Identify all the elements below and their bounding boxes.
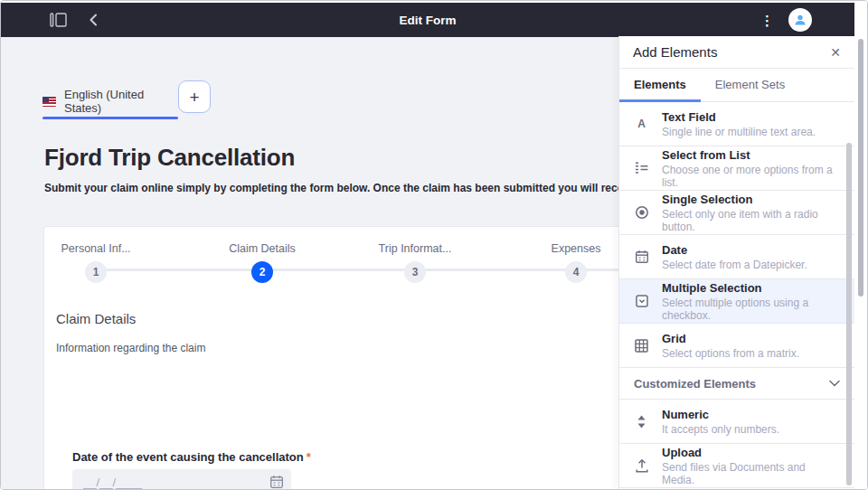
us-flag-icon <box>42 97 56 107</box>
form-title[interactable]: Fjord Trip Cancellation <box>44 144 295 172</box>
panel-tabs: Elements Element Sets <box>619 69 854 102</box>
event-date-field <box>72 469 291 490</box>
panel-title: Add Elements <box>633 44 830 60</box>
list-icon <box>634 162 649 174</box>
add-language-button[interactable]: + <box>178 80 211 113</box>
checkbox-icon <box>634 294 649 308</box>
window-scrollbar-thumb[interactable] <box>858 39 863 297</box>
panel-scrollbar[interactable] <box>846 143 852 485</box>
element-item-grid[interactable]: GridSelect options from a matrix. <box>619 324 854 368</box>
wizard-step-2[interactable]: Claim Details 2 <box>194 242 330 283</box>
element-item-single-selection[interactable]: Single SelectionSelect only one item wit… <box>619 191 854 235</box>
kebab-menu-icon[interactable]: ⋮ <box>760 14 774 27</box>
element-item-multiple-selection[interactable]: Multiple SelectionSelect multiple option… <box>619 279 854 324</box>
text-field-icon: A <box>634 118 649 130</box>
radio-button-icon <box>634 205 649 220</box>
active-language-underline <box>42 117 178 119</box>
wizard-step-1[interactable]: Personal Inf... 1 <box>28 242 164 283</box>
required-asterisk: * <box>307 450 311 464</box>
add-elements-panel: Add Elements ✕ Elements Element Sets A T… <box>618 36 854 489</box>
customized-elements-group[interactable]: Customized Elements <box>619 368 854 400</box>
grid-icon <box>634 339 649 353</box>
top-navigation-bar: Edit Form ⋮ <box>1 3 854 37</box>
language-tab-label: English (United States) <box>64 88 178 115</box>
app-window: Edit Form ⋮ English (United States) + Fj… <box>0 0 868 490</box>
chevron-down-icon <box>829 380 840 387</box>
person-icon <box>793 13 807 27</box>
language-tab[interactable]: English (United States) <box>42 88 178 119</box>
wizard-step-3[interactable]: Trip Informat... 3 <box>347 242 483 283</box>
page-title: Edit Form <box>1 3 854 37</box>
upload-icon <box>634 458 649 473</box>
tab-element-sets[interactable]: Element Sets <box>701 78 799 102</box>
event-date-label[interactable]: Date of the event causing the cancellato… <box>72 450 311 464</box>
close-icon[interactable]: ✕ <box>830 46 841 59</box>
calendar-icon <box>634 250 649 264</box>
calendar-icon[interactable] <box>269 475 284 489</box>
section-description: Information regarding the claim <box>56 342 205 354</box>
element-item-text-field[interactable]: A Text FieldSingle line or multiline tex… <box>619 102 854 146</box>
element-item-numeric[interactable]: NumericIt accepts only numbers. <box>619 400 854 444</box>
element-item-upload[interactable]: UploadSend files via Documents and Media… <box>619 444 854 488</box>
tab-elements[interactable]: Elements <box>619 78 701 102</box>
element-item-select-from-list[interactable]: Select from ListChoose one or more optio… <box>619 146 854 191</box>
section-title: Claim Details <box>56 311 136 326</box>
user-avatar[interactable] <box>788 8 812 32</box>
window-scrollbar-track <box>854 1 867 489</box>
element-item-date[interactable]: DateSelect date from a Datepicker. <box>619 235 854 279</box>
numeric-stepper-icon <box>634 415 649 429</box>
event-date-input[interactable] <box>72 469 291 490</box>
